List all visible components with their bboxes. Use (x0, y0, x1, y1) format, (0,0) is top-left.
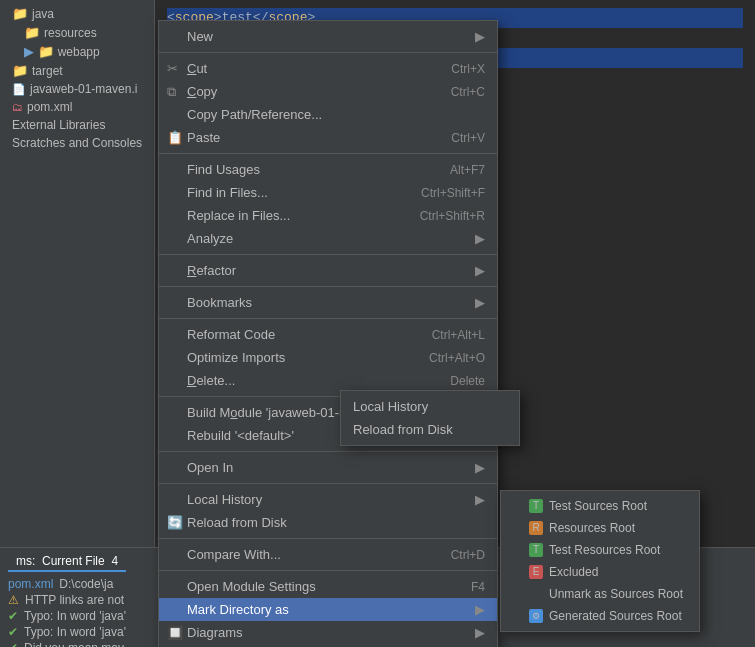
bookmarks-arrow: ▶ (475, 295, 485, 310)
submenu-lh-reload-disk-label: Reload from Disk (353, 422, 453, 437)
submenu-mark-unmark[interactable]: Unmark as Sources Root (501, 583, 699, 605)
menu-item-find-files[interactable]: Find in Files... Ctrl+Shift+F (159, 181, 497, 204)
local-history-arrow: ▶ (475, 492, 485, 507)
generated-icon: ⚙ (529, 609, 543, 623)
check-icon-3: ✔ (8, 625, 18, 639)
menu-item-replace-files[interactable]: Replace in Files... Ctrl+Shift+R (159, 204, 497, 227)
menu-item-diagrams[interactable]: 🔲 Diagrams ▶ (159, 621, 497, 644)
separator-7 (159, 451, 497, 452)
separator-8 (159, 483, 497, 484)
submenu-mark-excluded[interactable]: E Excluded (501, 561, 699, 583)
copy-icon: ⧉ (167, 84, 176, 100)
problem-1-text: HTTP links are not (25, 593, 124, 607)
menu-item-delete[interactable]: Delete... Delete (159, 369, 497, 392)
file-icon-javaweb: 📄 (12, 83, 26, 96)
menu-item-optimize-imports-label: Optimize Imports (187, 350, 285, 365)
problem-3-text: Typo: In word 'java' (24, 625, 126, 639)
menu-item-analyze[interactable]: Analyze ▶ (159, 227, 497, 250)
menu-item-local-history-label: Local History (187, 492, 262, 507)
menu-item-reformat[interactable]: Reformat Code Ctrl+Alt+L (159, 323, 497, 346)
tree-item-extlib-label: External Libraries (12, 118, 105, 132)
menu-item-cut[interactable]: ✂ Cut Ctrl+X (159, 57, 497, 80)
separator-4 (159, 286, 497, 287)
paste-shortcut: Ctrl+V (451, 131, 485, 145)
resources-icon: R (529, 521, 543, 535)
paste-icon: 📋 (167, 130, 183, 145)
menu-item-reformat-label: Reformat Code (187, 327, 275, 342)
open-module-settings-shortcut: F4 (471, 580, 485, 594)
tab-current-file-label: Current File (42, 554, 105, 568)
separator-3 (159, 254, 497, 255)
file-path: D:\code\ja (59, 577, 113, 591)
submenu-mark-test-sources[interactable]: T Test Sources Root (501, 495, 699, 517)
xml-icon-pom: 🗂 (12, 101, 23, 113)
tree-item-resources[interactable]: 📁 resources (0, 23, 154, 42)
menu-item-reload-disk[interactable]: 🔄 Reload from Disk (159, 511, 497, 534)
menu-item-refactor[interactable]: Refactor ▶ (159, 259, 497, 282)
separator-9 (159, 538, 497, 539)
menu-item-optimize-imports[interactable]: Optimize Imports Ctrl+Alt+O (159, 346, 497, 369)
tree-item-scratches[interactable]: Scratches and Consoles (0, 134, 154, 152)
menu-item-mark-directory-label: Mark Directory as (187, 602, 289, 617)
submenu-mark-test-resources[interactable]: T Test Resources Root (501, 539, 699, 561)
reformat-shortcut: Ctrl+Alt+L (432, 328, 485, 342)
submenu-lh-reload-disk[interactable]: Reload from Disk (341, 418, 519, 441)
menu-item-analyze-label: Analyze (187, 231, 233, 246)
menu-item-open-in-label: Open In (187, 460, 233, 475)
submenu-mark-generated[interactable]: ⚙ Generated Sources Root (501, 605, 699, 627)
menu-item-open-module-settings[interactable]: Open Module Settings F4 (159, 575, 497, 598)
submenu-mark-resources[interactable]: R Resources Root (501, 517, 699, 539)
check-icon-4: ✔ (8, 641, 18, 647)
tree-item-java[interactable]: 📁 java (0, 4, 154, 23)
separator-2 (159, 153, 497, 154)
compare-with-shortcut: Ctrl+D (451, 548, 485, 562)
submenu-local-history: Local History Reload from Disk (340, 390, 520, 446)
menu-item-copy-path[interactable]: Copy Path/Reference... (159, 103, 497, 126)
menu-item-new[interactable]: New ▶ (159, 25, 497, 48)
submenu-lh-local-history[interactable]: Local History (341, 395, 519, 418)
tree-item-extlib[interactable]: External Libraries (0, 116, 154, 134)
menu-item-find-usages[interactable]: Find Usages Alt+F7 (159, 158, 497, 181)
check-icon-2: ✔ (8, 609, 18, 623)
menu-item-new-label: New (187, 29, 213, 44)
optimize-shortcut: Ctrl+Alt+O (429, 351, 485, 365)
menu-item-copy-label: Copy (187, 84, 217, 99)
file-name: pom.xml (8, 577, 53, 591)
menu-item-new-arrow: ▶ (475, 29, 485, 44)
tree-item-target[interactable]: 📁 target (0, 61, 154, 80)
menu-item-compare-with-label: Compare With... (187, 547, 281, 562)
tree-item-pomxml[interactable]: 🗂 pom.xml (0, 98, 154, 116)
folder-icon-java: 📁 (12, 6, 28, 21)
menu-item-reload-disk-label: Reload from Disk (187, 515, 287, 530)
tree-item-webapp[interactable]: ▶ 📁 webapp (0, 42, 154, 61)
menu-item-bookmarks[interactable]: Bookmarks ▶ (159, 291, 497, 314)
tree-item-resources-label: resources (44, 26, 97, 40)
separator-5 (159, 318, 497, 319)
menu-item-rebuild-label: Rebuild '<default>' (187, 428, 294, 443)
separator-1 (159, 52, 497, 53)
menu-item-cut-label: Cut (187, 61, 207, 76)
menu-item-compare-with[interactable]: Compare With... Ctrl+D (159, 543, 497, 566)
menu-item-open-module-settings-label: Open Module Settings (187, 579, 316, 594)
menu-item-mark-directory[interactable]: Mark Directory as ▶ (159, 598, 497, 621)
tree-item-javaweb-label: javaweb-01-maven.i (30, 82, 137, 96)
problem-4-text: Did you mean may (24, 641, 124, 647)
menu-item-paste[interactable]: 📋 Paste Ctrl+V (159, 126, 497, 149)
tree-item-javaweb[interactable]: 📄 javaweb-01-maven.i (0, 80, 154, 98)
submenu-mark-excluded-label: Excluded (549, 565, 598, 579)
menu-item-bookmarks-label: Bookmarks (187, 295, 252, 310)
folder-icon-webapp: ▶ 📁 (24, 44, 54, 59)
submenu-mark-unmark-label: Unmark as Sources Root (529, 587, 683, 601)
menu-item-copy[interactable]: ⧉ Copy Ctrl+C (159, 80, 497, 103)
menu-item-open-in[interactable]: Open In ▶ (159, 456, 497, 479)
menu-item-local-history[interactable]: Local History ▶ (159, 488, 497, 511)
cut-icon: ✂ (167, 61, 178, 76)
menu-item-delete-label: Delete... (187, 373, 235, 388)
tab-current-file[interactable]: ms: Current File 4 (8, 552, 126, 572)
tab-count: 4 (111, 554, 118, 568)
mark-directory-arrow: ▶ (475, 602, 485, 617)
context-menu: New ▶ ✂ Cut Ctrl+X ⧉ Copy Ctrl+C Copy Pa… (158, 20, 498, 647)
tree-item-java-label: java (32, 7, 54, 21)
refactor-arrow: ▶ (475, 263, 485, 278)
submenu-mark-directory: T Test Sources Root R Resources Root T T… (500, 490, 700, 632)
